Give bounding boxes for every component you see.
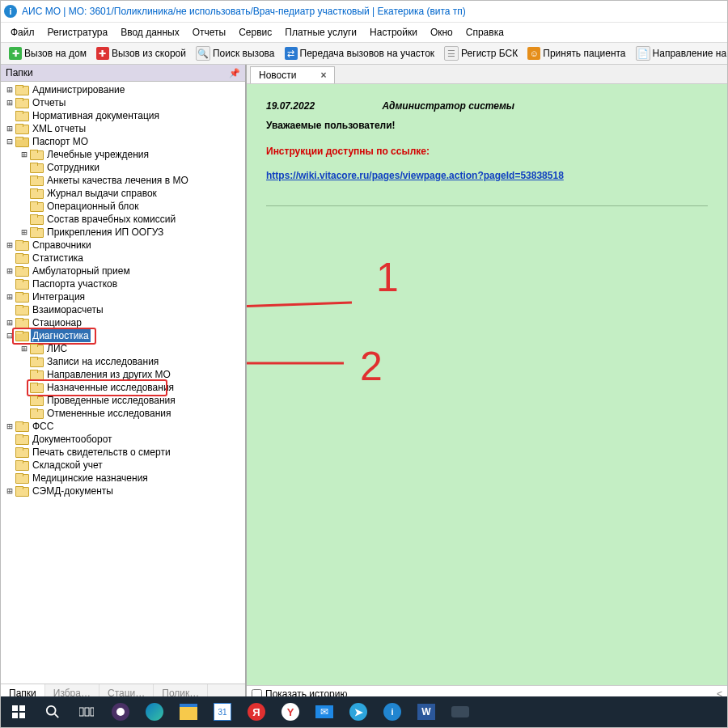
expand-icon[interactable]: ⊞ <box>4 290 15 303</box>
folder-icon <box>15 111 28 121</box>
tree-node[interactable]: Паспорта участков <box>1 277 245 290</box>
expand-icon[interactable]: ⊞ <box>4 96 15 109</box>
collapse-icon[interactable]: ⊟ <box>4 329 15 342</box>
tree-node[interactable]: ⊞Справочники <box>1 239 245 252</box>
taskbar-app-explorer[interactable] <box>174 700 203 724</box>
taskbar-app-other[interactable] <box>446 700 475 724</box>
tree-node[interactable]: Проведенные исследования <box>1 394 245 407</box>
tree-node-label: Проведенные исследования <box>45 394 177 407</box>
tree-node[interactable]: Печать свидетельств о смерти <box>1 446 245 459</box>
taskbar-app-calendar[interactable]: 31 <box>208 700 237 724</box>
tree-node[interactable]: Анкеты качества лечения в МО <box>1 174 245 187</box>
tree-node[interactable]: ⊞Лечебные учреждения <box>1 148 245 161</box>
tree-node[interactable]: ⊞ФСС <box>1 420 245 433</box>
svg-rect-2 <box>12 705 18 711</box>
annotation-arrow-1 <box>247 286 360 319</box>
folder-icon <box>30 176 43 186</box>
tree-node[interactable]: Складской учет <box>1 459 245 472</box>
expand-icon[interactable]: ⊞ <box>19 226 30 239</box>
tree-node[interactable]: ⊞Интеграция <box>1 290 245 303</box>
expand-icon[interactable]: ⊞ <box>4 265 15 277</box>
collapse-icon[interactable]: ⊟ <box>4 135 15 148</box>
menu-item[interactable]: Окно <box>424 24 459 40</box>
svg-rect-9 <box>85 708 89 716</box>
tree-node[interactable]: ⊞Отчеты <box>1 96 245 109</box>
expand-icon[interactable]: ⊞ <box>19 148 30 161</box>
tree-node[interactable]: ⊞XML отчеты <box>1 122 245 135</box>
menu-item[interactable]: Ввод данных <box>114 24 186 40</box>
expand-icon[interactable]: ⊞ <box>4 420 15 433</box>
tree-node[interactable]: ⊟Паспорт МО <box>1 135 245 148</box>
tree-node[interactable]: ⊞Амбулаторный прием <box>1 265 245 277</box>
tree-node[interactable]: Отмененные исследования <box>1 407 245 420</box>
taskbar-app-telegram[interactable]: ➤ <box>344 700 373 724</box>
taskbar-app-mail[interactable]: ✉ <box>310 700 339 724</box>
tree-node[interactable]: ⊞Прикрепления ИП ООГУЗ <box>1 226 245 239</box>
tree-node-label: Отмененные исследования <box>45 407 172 420</box>
expand-icon[interactable]: ⊞ <box>4 485 15 497</box>
start-button[interactable] <box>4 700 33 724</box>
tree-node-label: Нормативная документация <box>31 109 161 122</box>
toolbar-button[interactable]: ☺Принять пациента <box>523 45 630 61</box>
tree-node[interactable]: Медицинские назначения <box>1 472 245 485</box>
tree-node[interactable]: Взаиморасчеты <box>1 303 245 316</box>
expand-icon[interactable]: ⊞ <box>4 316 15 329</box>
tree-node[interactable]: Состав врачебных комиссий <box>1 213 245 226</box>
expand-icon[interactable]: ⊞ <box>4 122 15 135</box>
expand-icon[interactable]: ⊞ <box>19 342 30 355</box>
annotation-number-1: 1 <box>376 254 399 301</box>
folder-tree[interactable]: ⊞Администрирование⊞ОтчетыНормативная док… <box>1 82 245 684</box>
news-link[interactable]: https://wiki.vitacore.ru/pages/viewpage.… <box>266 170 564 181</box>
tree-node[interactable]: ⊞СЭМД-документы <box>1 485 245 497</box>
tree-node[interactable]: Документооборот <box>1 433 245 446</box>
toolbar-label: Передача вызовов на участок <box>300 48 435 59</box>
expand-icon[interactable]: ⊞ <box>4 83 15 96</box>
tree-node[interactable]: ⊞ЛИС <box>1 342 245 355</box>
menu-item[interactable]: Сервис <box>232 24 278 40</box>
toolbar-button[interactable]: 🔍Поиск вызова <box>191 44 280 62</box>
tree-node[interactable]: Операционный блок <box>1 200 245 213</box>
tree-node-label: Операционный блок <box>45 200 140 213</box>
menu-item[interactable]: Отчеты <box>186 24 232 40</box>
menu-item[interactable]: Справка <box>459 24 510 40</box>
titlebar: i АИС МО | МО: 3601/Поликлиника/не испол… <box>1 1 727 23</box>
expand-icon[interactable]: ⊞ <box>4 239 15 252</box>
tree-node[interactable]: Направления из других МО <box>1 368 245 381</box>
tree-node[interactable]: Журнал выдачи справок <box>1 187 245 200</box>
taskbar-app-ais[interactable]: i <box>378 700 407 724</box>
search-icon[interactable] <box>38 700 67 724</box>
pin-icon[interactable]: 📌 <box>229 68 240 78</box>
toolbar-icon: ⇄ <box>285 47 298 60</box>
menu-item[interactable]: Файл <box>4 24 41 40</box>
tree-node[interactable]: Сотрудники <box>1 161 245 174</box>
tree-node[interactable]: ⊟Диагностика <box>1 329 245 342</box>
tree-node[interactable]: Статистика <box>1 252 245 265</box>
taskbar-app-y-browser[interactable]: Y <box>276 700 305 724</box>
folder-icon <box>30 408 43 419</box>
folder-icon <box>15 447 28 458</box>
close-icon[interactable]: × <box>320 70 326 81</box>
tree-node[interactable]: ⊞Стационар <box>1 316 245 329</box>
task-view-icon[interactable] <box>72 700 101 724</box>
annotation-arrow-2 <box>247 351 352 375</box>
menu-item[interactable]: Платные услуги <box>278 24 363 40</box>
toolbar-button[interactable]: ☰Регистр БСК <box>439 44 523 62</box>
toolbar-button[interactable]: 📄Направление на госпитализацию <box>631 44 727 62</box>
menu-item[interactable]: Настройки <box>363 24 424 40</box>
taskbar-app-edge[interactable] <box>140 700 169 724</box>
taskbar-app-ya[interactable]: Я <box>242 700 271 724</box>
toolbar-button[interactable]: ⇄Передача вызовов на участок <box>280 45 440 61</box>
taskbar-app-word[interactable]: W <box>412 700 441 724</box>
toolbar-button[interactable]: ✚Вызов из скорой <box>91 45 191 61</box>
tree-node[interactable]: Назначенные исследования <box>1 381 245 394</box>
folder-icon <box>15 331 28 341</box>
taskbar-app-yandex[interactable] <box>106 700 135 724</box>
tab-news[interactable]: Новости × <box>250 66 335 83</box>
tree-node[interactable]: Записи на исследования <box>1 355 245 368</box>
folder-icon <box>15 240 28 251</box>
toolbar-button[interactable]: ✚Вызов на дом <box>4 45 91 61</box>
menu-item[interactable]: Регистратура <box>41 24 115 40</box>
tree-node[interactable]: ⊞Администрирование <box>1 83 245 96</box>
tree-node[interactable]: Нормативная документация <box>1 109 245 122</box>
svg-line-7 <box>55 714 59 718</box>
